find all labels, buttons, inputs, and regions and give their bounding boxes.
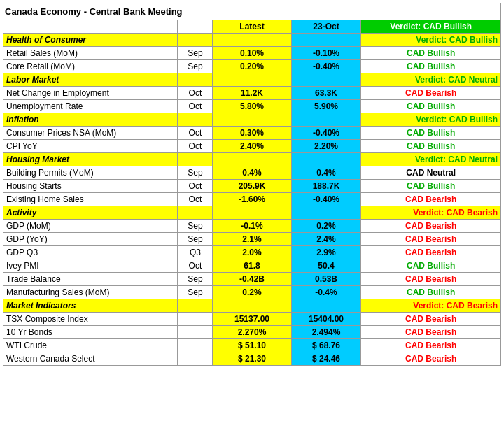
verdict-cell: CAD Bearish <box>361 339 501 352</box>
latest-cell: -1.60% <box>213 193 291 206</box>
verdict-cell: CAD Bullish <box>361 127 501 140</box>
table-row: Trade BalanceSep-0.42B0.53BCAD Bearish <box>4 273 501 286</box>
table-row: Net Change in EmploymentOct11.2K63.3KCAD… <box>4 87 501 100</box>
category-label: Market Indicators <box>4 299 178 313</box>
category-label: Housing Market <box>4 153 178 166</box>
category-date <box>291 34 361 47</box>
category-period <box>178 153 213 166</box>
date-val-cell: -0.40% <box>291 127 361 140</box>
indicator-label: Manufacturing Sales (MoM) <box>4 286 178 299</box>
indicator-label: Core Retail (MoM) <box>4 60 178 73</box>
date-val-cell: 15404.00 <box>291 313 361 326</box>
table-row: TSX Composite Index15137.0015404.00CAD B… <box>4 313 501 326</box>
indicator-label: Ivey PMI <box>4 259 178 273</box>
latest-cell: $ 21.30 <box>213 352 291 366</box>
verdict-cell: CAD Bearish <box>361 326 501 339</box>
category-date <box>291 73 361 87</box>
table-row: Manufacturing Sales (MoM)Sep0.2%-0.4%CAD… <box>4 286 501 299</box>
latest-cell: 5.80% <box>213 100 291 113</box>
latest-cell: 0.4% <box>213 166 291 180</box>
date-val-cell: 63.3K <box>291 87 361 100</box>
category-label: Activity <box>4 206 178 220</box>
date-val-cell: -0.40% <box>291 193 361 206</box>
verdict-cell: CAD Bullish <box>361 140 501 153</box>
category-period <box>178 73 213 87</box>
category-verdict: Verdict: CAD Bullish <box>361 34 501 47</box>
main-container: Canada Economy - Central Bank Meeting La… <box>0 0 504 369</box>
date-val-cell: -0.4% <box>291 286 361 299</box>
date-val-cell: 0.2% <box>291 220 361 233</box>
verdict-cell: CAD Bearish <box>361 193 501 206</box>
page-title: Canada Economy - Central Bank Meeting <box>3 3 501 20</box>
date-val-cell: 5.90% <box>291 100 361 113</box>
verdict-cell: CAD Bullish <box>361 60 501 73</box>
category-latest <box>213 113 291 127</box>
category-row: InflationVerdict: CAD Bullish <box>4 113 501 127</box>
verdict-cell: CAD Bullish <box>361 180 501 193</box>
data-table: Latest 23-Oct Verdict: CAD Bullish Healt… <box>3 20 501 366</box>
indicator-label: GDP (YoY) <box>4 233 178 246</box>
period-cell: Q3 <box>178 246 213 259</box>
date-val-cell: 2.20% <box>291 140 361 153</box>
table-row: GDP (YoY)Sep2.1%2.4%CAD Bearish <box>4 233 501 246</box>
period-cell <box>178 313 213 326</box>
table-row: Consumer Prices NSA (MoM)Oct0.30%-0.40%C… <box>4 127 501 140</box>
period-cell: Oct <box>178 140 213 153</box>
indicator-label: Unemployment Rate <box>4 100 178 113</box>
period-cell: Sep <box>178 220 213 233</box>
verdict-cell: CAD Bearish <box>361 273 501 286</box>
category-label: Health of Consumer <box>4 34 178 47</box>
latest-cell: 2.270% <box>213 326 291 339</box>
category-verdict: Verdict: CAD Bearish <box>361 299 501 313</box>
period-cell: Oct <box>178 87 213 100</box>
verdict-cell: CAD Bullish <box>361 47 501 60</box>
table-row: GDP (MoM)Sep-0.1%0.2%CAD Bearish <box>4 220 501 233</box>
period-cell: Oct <box>178 193 213 206</box>
indicator-label: Housing Starts <box>4 180 178 193</box>
category-label: Labor Market <box>4 73 178 87</box>
table-row: Building Permits (MoM)Sep0.4%0.4%CAD Neu… <box>4 166 501 180</box>
verdict-cell: CAD Bullish <box>361 286 501 299</box>
category-row: Health of ConsumerVerdict: CAD Bullish <box>4 34 501 47</box>
indicator-label: CPI YoY <box>4 140 178 153</box>
verdict-cell: CAD Bullish <box>361 100 501 113</box>
category-latest <box>213 299 291 313</box>
period-cell: Oct <box>178 180 213 193</box>
indicator-label: GDP (MoM) <box>4 220 178 233</box>
period-cell: Sep <box>178 286 213 299</box>
latest-cell: 0.20% <box>213 60 291 73</box>
table-row: Unemployment RateOct5.80%5.90%CAD Bullis… <box>4 100 501 113</box>
category-verdict: Verdict: CAD Bearish <box>361 206 501 220</box>
verdict-cell: CAD Neutral <box>361 166 501 180</box>
date-val-cell: 188.7K <box>291 180 361 193</box>
table-row: CPI YoYOct2.40%2.20%CAD Bullish <box>4 140 501 153</box>
period-cell: Oct <box>178 259 213 273</box>
latest-cell: 15137.00 <box>213 313 291 326</box>
table-row: Retail Sales (MoM)Sep0.10%-0.10%CAD Bull… <box>4 47 501 60</box>
header-period <box>178 20 213 34</box>
verdict-cell: CAD Bearish <box>361 313 501 326</box>
indicator-label: Building Permits (MoM) <box>4 166 178 180</box>
date-val-cell: 0.4% <box>291 166 361 180</box>
latest-cell: 0.10% <box>213 47 291 60</box>
table-row: GDP Q3Q32.0%2.9%CAD Bearish <box>4 246 501 259</box>
category-date <box>291 113 361 127</box>
category-latest <box>213 153 291 166</box>
category-latest <box>213 34 291 47</box>
latest-cell: 2.1% <box>213 233 291 246</box>
latest-cell: $ 51.10 <box>213 339 291 352</box>
table-header: Latest 23-Oct Verdict: CAD Bullish <box>4 20 501 34</box>
period-cell: Sep <box>178 166 213 180</box>
indicator-label: Existing Home Sales <box>4 193 178 206</box>
category-row: Market IndicatorsVerdict: CAD Bearish <box>4 299 501 313</box>
indicator-label: Retail Sales (MoM) <box>4 47 178 60</box>
date-val-cell: -0.10% <box>291 47 361 60</box>
latest-cell: 2.40% <box>213 140 291 153</box>
latest-cell: -0.1% <box>213 220 291 233</box>
category-verdict: Verdict: CAD Neutral <box>361 153 501 166</box>
date-val-cell: 2.9% <box>291 246 361 259</box>
indicator-label: Net Change in Employment <box>4 87 178 100</box>
table-row: Core Retail (MoM)Sep0.20%-0.40%CAD Bulli… <box>4 60 501 73</box>
date-val-cell: -0.40% <box>291 60 361 73</box>
latest-cell: 0.2% <box>213 286 291 299</box>
